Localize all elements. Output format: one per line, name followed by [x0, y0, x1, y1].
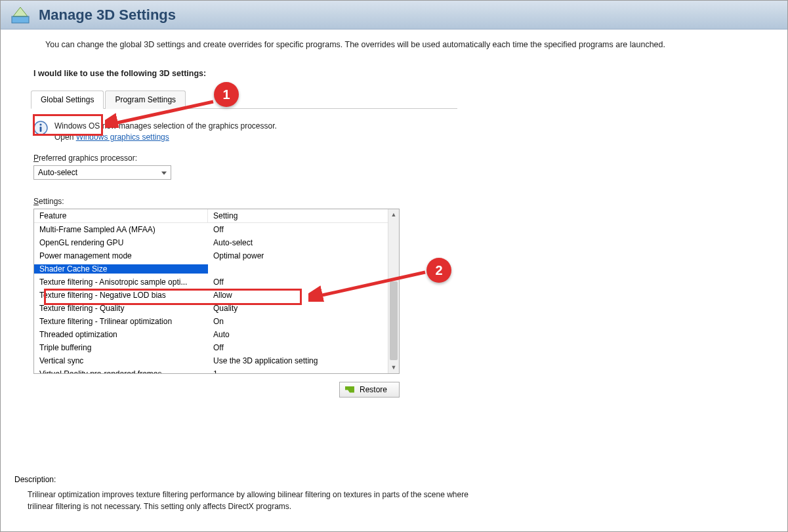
table-row[interactable]: Texture filtering - Anisotropic sample o…: [34, 276, 399, 289]
restore-button[interactable]: Restore: [339, 382, 400, 398]
table-row[interactable]: Multi-Frame Sampled AA (MFAA)Off: [34, 223, 399, 236]
settings-table[interactable]: Feature Setting Multi-Frame Sampled AA (…: [33, 209, 400, 374]
table-row[interactable]: OpenGL rendering GPUAuto-select: [34, 236, 399, 249]
tab-program-settings[interactable]: Program Settings: [105, 91, 186, 109]
description-section: Description: Trilinear optimization impr…: [14, 475, 474, 512]
row-feature: Threaded optimization: [34, 330, 208, 339]
row-setting: On: [208, 317, 399, 326]
table-header: Feature Setting: [34, 209, 399, 223]
table-row[interactable]: Vertical syncUse the 3D application sett…: [34, 354, 399, 367]
window-header: Manage 3D Settings: [1, 1, 787, 30]
table-row[interactable]: Texture filtering - Negative LOD biasAll…: [34, 289, 399, 302]
row-setting: Use the 3D application setting: [208, 356, 399, 365]
row-setting: 1: [208, 369, 399, 374]
table-row[interactable]: Threaded optimizationAuto: [34, 328, 399, 341]
nvidia-icon: [345, 386, 354, 393]
description-label: Description:: [14, 475, 474, 484]
svg-point-4: [39, 123, 41, 125]
windows-graphics-settings-link[interactable]: Windows graphics settings: [76, 133, 169, 142]
row-setting: Quality: [208, 304, 399, 313]
row-setting: Allow: [208, 291, 399, 300]
intro-text: You can change the global 3D settings an…: [45, 40, 769, 49]
tabs: Global Settings Program Settings: [31, 90, 457, 109]
row-feature: Power management mode: [34, 251, 208, 260]
info-line1: Windows OS now manages selection of the …: [54, 121, 277, 132]
table-row[interactable]: Texture filtering - QualityQuality: [34, 302, 399, 315]
info-icon: [33, 121, 48, 135]
info-line2-prefix: Open: [54, 133, 76, 142]
section-title: I would like to use the following 3D set…: [33, 69, 769, 78]
row-feature: Triple buffering: [34, 343, 208, 352]
row-feature: Texture filtering - Anisotropic sample o…: [34, 277, 208, 287]
page-title: Manage 3D Settings: [39, 7, 176, 24]
settings-label: Settings:: [33, 197, 455, 206]
info-text: Windows OS now manages selection of the …: [54, 121, 277, 143]
table-row[interactable]: Triple bufferingOff: [34, 341, 399, 354]
svg-marker-1: [13, 7, 28, 16]
row-setting: Optimal power: [208, 251, 399, 260]
restore-label: Restore: [360, 385, 387, 394]
row-setting: Auto: [208, 330, 399, 339]
col-feature[interactable]: Feature: [34, 209, 208, 222]
row-setting: Auto-select: [208, 238, 399, 247]
table-row[interactable]: Power management modeOptimal power: [34, 249, 399, 262]
preferred-processor-label: Preferred graphics processor:: [33, 153, 455, 163]
table-row[interactable]: Texture filtering - Trilinear optimizati…: [34, 315, 399, 328]
row-feature: Multi-Frame Sampled AA (MFAA): [34, 225, 208, 234]
description-text: Trilinear optimization improves texture …: [28, 489, 474, 512]
row-feature: OpenGL rendering GPU: [34, 238, 208, 247]
row-setting: Off: [208, 225, 399, 234]
scroll-up[interactable]: ▲: [388, 209, 399, 220]
table-row[interactable]: Shader Cache SizeUnlimited: [34, 262, 399, 276]
nvidia-3d-icon: [10, 5, 31, 26]
row-setting: Off: [208, 277, 399, 287]
tab-global-settings[interactable]: Global Settings: [31, 91, 104, 109]
svg-rect-0: [12, 16, 29, 23]
row-feature: Shader Cache Size: [34, 264, 208, 274]
row-feature: Texture filtering - Trilinear optimizati…: [34, 317, 208, 326]
table-row[interactable]: Virtual Reality pre-rendered frames1: [34, 367, 399, 374]
preferred-processor-value: Auto-select: [38, 168, 77, 177]
row-feature: Texture filtering - Quality: [34, 304, 208, 313]
row-feature: Vertical sync: [34, 356, 208, 365]
scrollbar[interactable]: ▲ ▼: [388, 209, 399, 373]
col-setting[interactable]: Setting: [208, 209, 399, 222]
preferred-processor-select[interactable]: Auto-select: [33, 165, 171, 180]
row-feature: Virtual Reality pre-rendered frames: [34, 369, 208, 374]
row-setting: Off: [208, 343, 399, 352]
svg-rect-5: [40, 127, 42, 132]
scroll-thumb[interactable]: [390, 281, 398, 360]
scroll-down[interactable]: ▼: [388, 362, 399, 373]
row-feature: Texture filtering - Negative LOD bias: [34, 291, 208, 300]
